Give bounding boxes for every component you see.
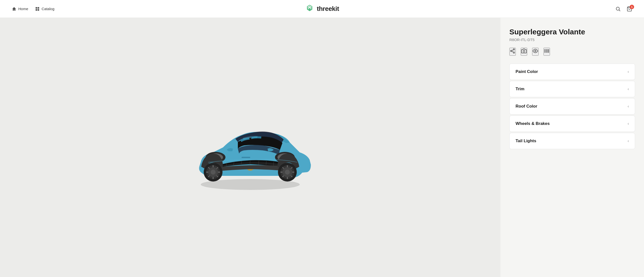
product-sku: R8OR-ITL-DT5 — [509, 38, 635, 42]
accordion-wheels-brakes: Wheels & Brakes ‹ — [509, 115, 635, 132]
nav-catalog-label: Catalog — [42, 7, 54, 11]
accordion-roof-color-label: Roof Color — [516, 104, 537, 109]
accordion-wheels-brakes-header[interactable]: Wheels & Brakes ‹ — [510, 116, 635, 132]
svg-point-52 — [523, 50, 525, 52]
accordion-trim-chevron: ‹ — [628, 87, 629, 91]
nav-logo: threekit — [305, 4, 339, 13]
navbar: Home Catalog threekit — [0, 0, 644, 18]
barcode-button[interactable] — [544, 48, 550, 56]
nav-catalog[interactable]: Catalog — [35, 7, 54, 11]
svg-point-47 — [513, 49, 515, 50]
accordion-paint-color: Paint Color ‹ — [509, 63, 635, 80]
accordion-tail-lights: Tail Lights ‹ — [509, 133, 635, 149]
svg-rect-56 — [546, 49, 546, 53]
car-3d-view — [186, 95, 314, 199]
accordion-wheels-brakes-label: Wheels & Brakes — [516, 121, 550, 126]
home-icon — [12, 7, 16, 11]
search-icon — [615, 6, 621, 12]
accordion-wheels-brakes-chevron: ‹ — [628, 121, 629, 126]
accordion-trim-label: Trim — [516, 87, 524, 91]
accordion-trim: Trim ‹ — [509, 81, 635, 97]
svg-line-50 — [512, 51, 513, 52]
svg-rect-0 — [36, 7, 37, 8]
accordion-paint-color-header[interactable]: Paint Color ‹ — [510, 64, 635, 80]
accordion-paint-color-label: Paint Color — [516, 69, 538, 74]
catalog-icon — [35, 7, 40, 11]
nav-right: 1 — [615, 6, 632, 12]
svg-rect-58 — [548, 49, 548, 53]
svg-rect-59 — [548, 49, 549, 53]
accordion-roof-color-header[interactable]: Roof Color ‹ — [510, 98, 635, 114]
brand-name: threekit — [317, 5, 339, 12]
svg-point-37 — [285, 170, 290, 175]
product-actions — [509, 48, 635, 56]
camera-icon — [521, 48, 527, 54]
svg-rect-46 — [242, 157, 250, 158]
car-illustration — [186, 103, 314, 192]
svg-rect-2 — [36, 9, 37, 10]
svg-line-51 — [512, 50, 513, 51]
nav-left: Home Catalog — [12, 7, 54, 11]
nav-home[interactable]: Home — [12, 7, 28, 11]
svg-rect-54 — [544, 49, 545, 53]
accordion-tail-lights-chevron: ‹ — [628, 139, 629, 143]
search-button[interactable] — [615, 6, 621, 12]
view-button[interactable] — [532, 48, 538, 56]
share-icon — [510, 48, 515, 54]
svg-rect-55 — [546, 49, 546, 53]
svg-point-48 — [510, 50, 512, 52]
svg-point-25 — [210, 170, 216, 175]
eye-icon — [532, 48, 538, 54]
accordion-paint-color-chevron: ‹ — [628, 69, 629, 74]
svg-point-53 — [534, 50, 536, 52]
accordion-trim-header[interactable]: Trim ‹ — [510, 81, 635, 97]
accordion-tail-lights-header[interactable]: Tail Lights ‹ — [510, 133, 635, 149]
nav-home-label: Home — [18, 7, 28, 11]
right-panel: Superleggera Volante R8OR-ITL-DT5 — [500, 18, 644, 277]
svg-rect-57 — [547, 49, 547, 53]
svg-point-49 — [513, 52, 515, 53]
barcode-icon — [544, 48, 550, 54]
accordion-roof-color-chevron: ‹ — [628, 104, 629, 109]
threekit-logo-icon — [305, 4, 314, 13]
svg-rect-3 — [38, 9, 39, 10]
cart-button[interactable]: 1 — [627, 6, 632, 12]
car-viewer — [0, 18, 500, 277]
cart-badge: 1 — [630, 5, 634, 9]
accordion-tail-lights-label: Tail Lights — [516, 138, 536, 143]
share-button[interactable] — [509, 48, 516, 56]
camera-button[interactable] — [521, 48, 527, 56]
accordion-list: Paint Color ‹ Trim ‹ Roof Color ‹ Wheels… — [509, 63, 635, 149]
svg-rect-1 — [38, 7, 39, 8]
accordion-roof-color: Roof Color ‹ — [509, 98, 635, 114]
product-title: Superleggera Volante — [509, 28, 635, 36]
svg-line-5 — [619, 10, 620, 11]
main-content: Superleggera Volante R8OR-ITL-DT5 — [0, 18, 644, 277]
